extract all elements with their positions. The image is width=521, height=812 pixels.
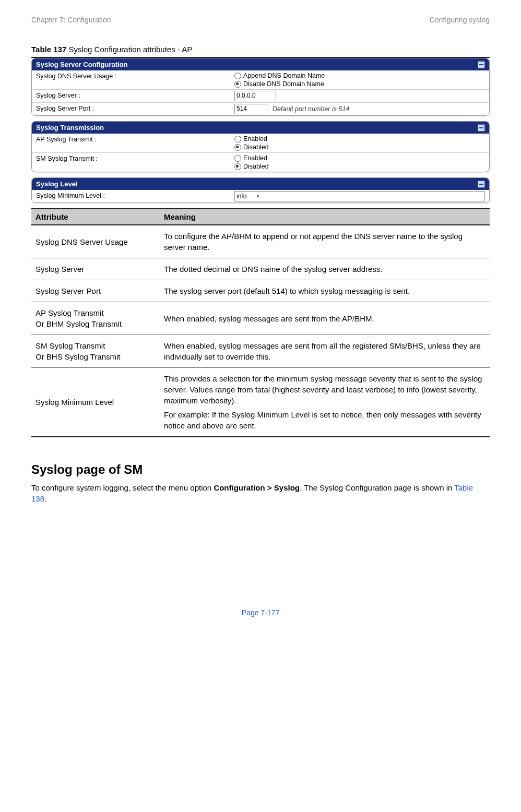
radio-label: Disabled <box>243 143 269 151</box>
row-label: Syslog Server : <box>36 91 234 99</box>
radio-label: Enabled <box>243 154 267 162</box>
radio-label: Enabled <box>243 135 267 143</box>
meaning-cell: To configure the AP/BHM to append or not… <box>160 225 490 258</box>
radio-disable-dns[interactable]: Disable DNS Domain Name <box>234 80 485 88</box>
syslog-server-input[interactable]: 0.0.0.0 <box>234 91 276 101</box>
row-min-level: Syslog Minimum Level : info ▾ <box>32 190 489 202</box>
attribute-table: Attribute Meaning Syslog DNS Server Usag… <box>31 209 490 437</box>
header-left: Chapter 7: Configuration <box>31 16 111 24</box>
attr-line1: Syslog Server Port <box>35 285 156 296</box>
text-mid: . The Syslog Configuration page is shown… <box>300 483 454 492</box>
panel-title: Syslog Transmission <box>36 124 104 132</box>
radio-label: Append DNS Domain Name <box>243 71 325 80</box>
panel-title: Syslog Server Configuration <box>36 61 128 68</box>
page-header: Chapter 7: Configuration Configuring sys… <box>31 16 490 24</box>
panel-syslog-transmission: Syslog Transmission AP Syslog Transmit :… <box>31 121 490 172</box>
row-label: SM Syslog Transmit : <box>36 154 234 162</box>
radio-append-dns[interactable]: Append DNS Domain Name <box>234 71 485 80</box>
attr-cell: Syslog Server <box>31 258 160 280</box>
table-caption-bold: Table 137 <box>31 45 66 54</box>
row-value: info ▾ <box>234 191 485 201</box>
row-label: Syslog Server Port : <box>36 104 234 112</box>
attr-line1: Syslog DNS Server Usage <box>35 236 156 247</box>
attr-cell: SM Syslog TransmitOr BHS Syslog Transmit <box>31 335 160 368</box>
panel-header: Syslog Transmission <box>32 122 489 134</box>
table-row: Syslog Minimum LevelThis provides a sele… <box>31 368 490 437</box>
panel-header: Syslog Level <box>32 178 489 190</box>
radio-icon <box>234 163 241 170</box>
panel-title: Syslog Level <box>36 180 77 188</box>
row-syslog-server: Syslog Server : 0.0.0.0 <box>32 89 489 102</box>
row-value: Enabled Disabled <box>234 135 485 151</box>
panel-syslog-server-config: Syslog Server Configuration Syslog DNS S… <box>31 58 490 116</box>
panel-syslog-level: Syslog Level Syslog Minimum Level : info… <box>31 177 490 203</box>
meaning-line1: To configure the AP/BHM to append or not… <box>164 231 486 253</box>
collapse-icon[interactable] <box>478 181 485 188</box>
th-meaning: Meaning <box>160 209 490 225</box>
meaning-cell: When enabled, syslog messages are sent f… <box>160 302 490 335</box>
meaning-cell: This provides a selection for the minimu… <box>160 368 490 437</box>
meaning-cell: When enabled, syslog messages are sent f… <box>160 335 490 368</box>
table-row: Syslog ServerThe dotted decimal or DNS n… <box>31 258 490 280</box>
collapse-icon[interactable] <box>478 61 485 68</box>
radio-icon <box>234 73 241 79</box>
radio-ap-disabled[interactable]: Disabled <box>234 143 485 151</box>
attr-cell: Syslog DNS Server Usage <box>31 225 160 258</box>
attr-cell: Syslog Minimum Level <box>31 368 160 437</box>
attr-line1: SM Syslog Transmit <box>35 340 156 351</box>
attr-cell: AP Syslog TransmitOr BHM Syslog Transmit <box>31 302 160 335</box>
text-end: . <box>44 494 46 503</box>
radio-icon <box>234 144 241 151</box>
row-syslog-port: Syslog Server Port : 514 Default port nu… <box>32 102 489 115</box>
radio-sm-enabled[interactable]: Enabled <box>234 154 485 162</box>
row-label: Syslog Minimum Level : <box>36 191 234 199</box>
row-label: Syslog DNS Server Usage : <box>36 71 234 80</box>
syslog-port-input[interactable]: 514 <box>234 104 267 114</box>
radio-icon <box>234 81 241 88</box>
meaning-cell: The dotted decimal or DNS name of the sy… <box>160 258 490 280</box>
attr-line1: Syslog Minimum Level <box>35 397 156 408</box>
table-caption: Table 137 Syslog Configuration attribute… <box>31 45 490 54</box>
text-pre: To configure system logging, select the … <box>31 483 214 492</box>
attr-line1: Syslog Server <box>35 264 156 274</box>
syslog-level-select[interactable]: info ▾ <box>234 191 485 201</box>
chevron-down-icon: ▾ <box>257 194 259 199</box>
table-row: AP Syslog TransmitOr BHM Syslog Transmit… <box>31 302 490 335</box>
meaning-line1: This provides a selection for the minimu… <box>164 373 486 406</box>
port-note: Default port number is 514 <box>273 105 349 113</box>
text-bold: Configuration > Syslog <box>214 483 300 492</box>
panel-header: Syslog Server Configuration <box>32 58 489 70</box>
table-caption-rest: Syslog Configuration attributes - AP <box>66 45 192 54</box>
radio-icon <box>234 136 241 142</box>
row-value: Enabled Disabled <box>234 154 485 171</box>
section-body: To configure system logging, select the … <box>31 482 490 504</box>
radio-label: Disable DNS Domain Name <box>243 80 324 88</box>
th-attribute: Attribute <box>31 209 160 225</box>
row-label: AP Syslog Transmit : <box>36 135 234 143</box>
meaning-line1: The syslog server port (default 514) to … <box>164 285 486 296</box>
radio-ap-enabled[interactable]: Enabled <box>234 135 485 143</box>
meaning-line1: The dotted decimal or DNS name of the sy… <box>164 264 486 274</box>
attr-line2: Or BHM Syslog Transmit <box>35 318 156 329</box>
radio-label: Disabled <box>243 162 269 171</box>
page-footer: Page 7-177 <box>31 608 490 617</box>
radio-icon <box>234 155 241 162</box>
attr-line2: Or BHS Syslog Transmit <box>35 351 156 362</box>
table-row: Syslog DNS Server UsageTo configure the … <box>31 225 490 258</box>
radio-sm-disabled[interactable]: Disabled <box>234 162 485 171</box>
row-value: 0.0.0.0 <box>234 91 485 101</box>
meaning-line1: When enabled, syslog messages are sent f… <box>164 340 486 362</box>
row-dns-usage: Syslog DNS Server Usage : Append DNS Dom… <box>32 70 489 89</box>
meaning-line2: For example: If the Syslog Minimum Level… <box>164 409 486 431</box>
attr-line1: AP Syslog Transmit <box>35 307 156 318</box>
row-value: Append DNS Domain Name Disable DNS Domai… <box>234 71 485 88</box>
table-row: SM Syslog TransmitOr BHS Syslog Transmit… <box>31 335 490 368</box>
meaning-line1: When enabled, syslog messages are sent f… <box>164 313 486 324</box>
header-right: Configuring syslog <box>430 16 490 24</box>
row-value: 514 Default port number is 514 <box>234 104 485 114</box>
select-value: info <box>236 193 246 200</box>
row-sm-transmit: SM Syslog Transmit : Enabled Disabled <box>32 152 489 172</box>
table-row: Syslog Server PortThe syslog server port… <box>31 280 490 302</box>
collapse-icon[interactable] <box>478 124 485 132</box>
section-heading: Syslog page of SM <box>31 462 490 477</box>
